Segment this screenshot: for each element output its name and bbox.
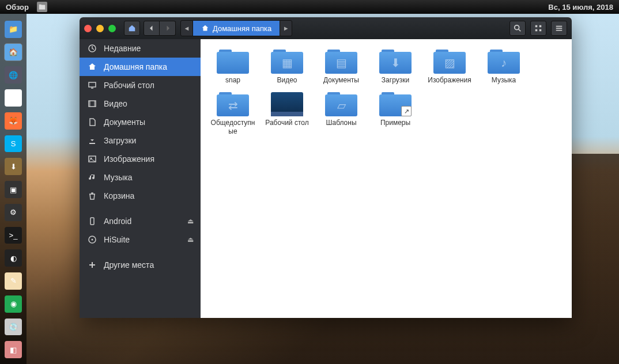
dock-item-firefox[interactable]: 🦊: [5, 112, 22, 130]
music-icon: [88, 173, 97, 182]
sidebar-item-android[interactable]: Android⏏: [80, 212, 201, 230]
sidebar-label: Документы: [104, 117, 145, 127]
dock-item-notes[interactable]: ✎: [5, 272, 22, 290]
dock-item-screenshot[interactable]: ▣: [5, 181, 22, 198]
clock-label[interactable]: Вс, 15 июля, 2018: [548, 3, 613, 12]
dock-item-files-active[interactable]: 🏠: [5, 44, 22, 61]
dock: 📁🏠🌐◉🦊S⬇▣⚙>_◐✎◉💿◧: [0, 14, 27, 364]
file-label: snap: [225, 76, 240, 84]
sidebar-item-videos[interactable]: Видео: [80, 94, 201, 113]
window-close-button[interactable]: [84, 25, 92, 32]
folder-icon: ▱: [325, 92, 357, 116]
dock-item-app[interactable]: ◧: [5, 341, 22, 358]
sidebar-label: HiSuite: [104, 235, 130, 244]
breadcrumb-next-button[interactable]: ►: [280, 20, 292, 36]
breadcrumb-prev-button[interactable]: ◄: [180, 20, 193, 36]
sidebar-item-documents[interactable]: Документы: [80, 113, 201, 131]
trash-icon: [88, 191, 97, 200]
home-toolbar-button[interactable]: [124, 21, 140, 36]
recent-icon: [88, 44, 97, 53]
file-item[interactable]: ⇄Общедоступные: [206, 90, 259, 138]
svg-rect-1: [535, 25, 538, 28]
file-label: Загрузки: [382, 76, 409, 84]
file-item[interactable]: snap: [206, 47, 259, 86]
folder-icon: ↗: [379, 92, 412, 116]
dock-item-terminal[interactable]: >_: [5, 227, 22, 244]
folder-icon: ⇄: [217, 92, 249, 116]
downloads-icon: [88, 136, 97, 145]
activities-label[interactable]: Обзор: [6, 3, 29, 12]
dock-item-software[interactable]: ⬇: [5, 158, 22, 175]
files-indicator-icon[interactable]: [37, 2, 47, 12]
sidebar-item-pictures[interactable]: Изображения: [80, 150, 201, 168]
desktop-thumbnail-icon: [271, 92, 303, 116]
sidebar-item-music[interactable]: Музыка: [80, 168, 201, 187]
dock-item-disk[interactable]: 💿: [5, 318, 22, 336]
desktop-icon: [88, 81, 97, 90]
window-minimize-button[interactable]: [96, 25, 104, 32]
folder-icon: [217, 50, 249, 74]
file-label: Шаблоны: [326, 119, 356, 127]
sidebar-label: Android: [104, 217, 131, 226]
window-maximize-button[interactable]: [108, 25, 116, 32]
home-icon: [201, 24, 209, 32]
sidebar-item-home[interactable]: Домашняя папка: [80, 58, 201, 76]
sidebar-item-recent[interactable]: Недавние: [80, 39, 201, 58]
dock-item-web[interactable]: 🌐: [5, 66, 22, 84]
file-item[interactable]: ▨Изображения: [423, 47, 476, 86]
breadcrumb-label: Домашняя папка: [213, 24, 271, 33]
folder-icon: ⬇: [379, 50, 412, 74]
nav-back-button[interactable]: [144, 21, 160, 36]
svg-rect-6: [89, 82, 96, 87]
file-item[interactable]: Рабочий стол: [261, 90, 314, 138]
sidebar-label: Рабочий стол: [104, 81, 154, 90]
file-item[interactable]: ↗Примеры: [369, 90, 422, 138]
phone-icon: [88, 217, 97, 226]
file-item[interactable]: ♪Музыка: [477, 47, 530, 86]
breadcrumb-current[interactable]: Домашняя папка: [193, 20, 280, 36]
dock-item-color[interactable]: ◐: [5, 249, 22, 267]
sidebar-item-desktop[interactable]: Рабочий стол: [80, 76, 201, 94]
sidebar-item-downloads[interactable]: Загрузки: [80, 131, 201, 150]
sidebar-item-trash[interactable]: Корзина: [80, 187, 201, 205]
sidebar-item-other[interactable]: Другие места: [80, 256, 201, 274]
pictures-icon: [88, 154, 97, 164]
file-label: Документы: [323, 76, 359, 84]
file-label: Видео: [277, 76, 297, 84]
dock-item-chrome[interactable]: ◉: [5, 89, 22, 107]
file-label: Музыка: [492, 76, 516, 84]
search-button[interactable]: [509, 21, 526, 36]
file-label: Общедоступные: [209, 119, 257, 135]
dock-item-files[interactable]: 📁: [5, 21, 22, 38]
svg-rect-4: [539, 29, 542, 32]
dock-item-settings[interactable]: ⚙: [5, 204, 22, 221]
svg-rect-2: [539, 25, 542, 28]
file-item[interactable]: ⬇Загрузки: [369, 47, 422, 86]
sidebar-label: Музыка: [104, 173, 133, 182]
eject-icon[interactable]: ⏏: [187, 236, 194, 244]
file-grid[interactable]: snap▦Видео▤Документы⬇Загрузки▨Изображени…: [201, 39, 572, 318]
sidebar-label: Корзина: [104, 191, 134, 200]
sidebar-label: Видео: [104, 99, 127, 108]
svg-rect-3: [535, 29, 538, 32]
dock-item-shutter[interactable]: ◉: [5, 295, 22, 313]
sidebar-label: Домашняя папка: [104, 62, 167, 71]
sidebar-label: Изображения: [104, 154, 154, 164]
eject-icon[interactable]: ⏏: [187, 217, 194, 225]
file-label: Рабочий стол: [265, 119, 308, 127]
sidebar-label: Недавние: [104, 44, 141, 53]
dock-item-skype[interactable]: S: [5, 135, 22, 153]
view-mode-button[interactable]: [530, 21, 546, 36]
sidebar-item-hisuite[interactable]: HiSuite⏏: [80, 230, 201, 249]
file-item[interactable]: ▱Шаблоны: [315, 90, 368, 138]
menu-button[interactable]: [551, 21, 567, 36]
home-icon: [88, 62, 97, 71]
folder-icon: ▦: [271, 50, 303, 74]
file-item[interactable]: ▦Видео: [261, 47, 314, 86]
svg-point-0: [515, 25, 519, 30]
disc-icon: [88, 235, 97, 244]
svg-point-12: [92, 239, 93, 241]
nav-forward-button[interactable]: [160, 21, 176, 36]
file-item[interactable]: ▤Документы: [315, 47, 368, 86]
titlebar: ◄ Домашняя папка ►: [80, 17, 572, 39]
